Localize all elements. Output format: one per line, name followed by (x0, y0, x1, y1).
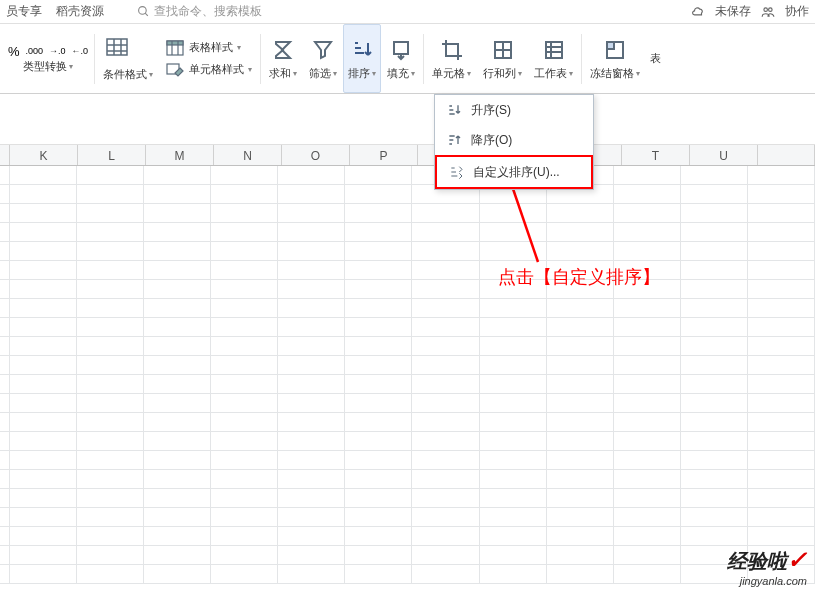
grid-cell[interactable] (681, 432, 748, 451)
grid-cell[interactable] (614, 508, 681, 527)
grid-cell[interactable] (614, 375, 681, 394)
grid-cell[interactable] (10, 299, 77, 318)
grid-cell[interactable] (748, 356, 815, 375)
column-header[interactable] (758, 145, 815, 165)
grid-cell[interactable] (278, 394, 345, 413)
grid-cell[interactable] (480, 299, 547, 318)
grid-cell[interactable] (748, 413, 815, 432)
grid-cell[interactable] (748, 223, 815, 242)
grid-cell[interactable] (10, 280, 77, 299)
grid-cell[interactable] (748, 489, 815, 508)
grid-cell[interactable] (211, 166, 278, 185)
grid-cell[interactable] (278, 508, 345, 527)
grid-cell[interactable] (614, 242, 681, 261)
grid-cell[interactable] (77, 527, 144, 546)
grid-cell[interactable] (480, 356, 547, 375)
grid-cell[interactable] (278, 242, 345, 261)
grid-cell[interactable] (144, 204, 211, 223)
grid-cell[interactable] (748, 204, 815, 223)
grid-cell[interactable] (480, 470, 547, 489)
column-header[interactable]: P (350, 145, 418, 165)
grid-cell[interactable] (144, 451, 211, 470)
grid-cell[interactable] (77, 166, 144, 185)
grid-cell[interactable] (748, 337, 815, 356)
grid-cell[interactable] (412, 489, 479, 508)
grid-cell[interactable] (681, 451, 748, 470)
grid-cell[interactable] (345, 280, 412, 299)
sort-group[interactable]: 排序▾ (343, 24, 381, 93)
grid-cell[interactable] (547, 451, 614, 470)
grid-cell[interactable] (480, 318, 547, 337)
grid-cell[interactable] (614, 565, 681, 584)
grid-cell[interactable] (211, 299, 278, 318)
grid-cell[interactable] (211, 375, 278, 394)
grid-cell[interactable] (748, 318, 815, 337)
fmt-dec-dec[interactable]: ←.0 (72, 46, 89, 56)
grid-cell[interactable] (77, 546, 144, 565)
grid-cell[interactable] (681, 527, 748, 546)
grid-cell[interactable] (77, 432, 144, 451)
grid-cell[interactable] (10, 527, 77, 546)
grid-cell[interactable] (278, 185, 345, 204)
rowcol-group[interactable]: 行和列▾ (477, 24, 528, 93)
grid-cell[interactable] (748, 242, 815, 261)
grid-cell[interactable] (10, 413, 77, 432)
column-header[interactable]: O (282, 145, 350, 165)
grid-cell[interactable] (10, 356, 77, 375)
grid-cell[interactable] (10, 489, 77, 508)
grid-cell[interactable] (10, 204, 77, 223)
grid-cell[interactable] (144, 299, 211, 318)
grid-cell[interactable] (412, 375, 479, 394)
grid-cell[interactable] (547, 508, 614, 527)
grid-cell[interactable] (547, 318, 614, 337)
grid-cell[interactable] (480, 337, 547, 356)
grid-cell[interactable] (547, 375, 614, 394)
grid-cell[interactable] (412, 451, 479, 470)
grid-cell[interactable] (547, 356, 614, 375)
grid-cell[interactable] (77, 337, 144, 356)
table-group[interactable]: 表 (646, 24, 661, 93)
grid-cell[interactable] (345, 565, 412, 584)
grid-cell[interactable] (77, 394, 144, 413)
grid-cell[interactable] (144, 356, 211, 375)
grid-cell[interactable] (77, 204, 144, 223)
grid-cell[interactable] (412, 546, 479, 565)
grid-cell[interactable] (77, 508, 144, 527)
grid-cell[interactable] (412, 318, 479, 337)
grid-cell[interactable] (345, 546, 412, 565)
menu-sort-asc[interactable]: 升序(S) (435, 95, 593, 125)
grid-cell[interactable] (278, 356, 345, 375)
grid-cell[interactable] (144, 527, 211, 546)
grid-cell[interactable] (345, 223, 412, 242)
grid-cell[interactable] (480, 527, 547, 546)
grid-cell[interactable] (748, 432, 815, 451)
grid-cell[interactable] (412, 413, 479, 432)
grid-cell[interactable] (614, 356, 681, 375)
grid-cell[interactable] (681, 508, 748, 527)
grid-cell[interactable] (345, 375, 412, 394)
grid-cell[interactable] (211, 242, 278, 261)
grid-cell[interactable] (345, 394, 412, 413)
grid-cell[interactable] (547, 413, 614, 432)
grid-cell[interactable] (211, 261, 278, 280)
grid-cell[interactable] (412, 565, 479, 584)
grid-cell[interactable] (547, 337, 614, 356)
grid-cell[interactable] (10, 451, 77, 470)
grid-cell[interactable] (480, 394, 547, 413)
grid-cell[interactable] (345, 527, 412, 546)
grid-cell[interactable] (144, 413, 211, 432)
grid-cell[interactable] (412, 432, 479, 451)
grid-cell[interactable] (345, 451, 412, 470)
grid-cell[interactable] (278, 375, 345, 394)
grid-cell[interactable] (412, 242, 479, 261)
grid-cell[interactable] (547, 527, 614, 546)
grid-cell[interactable] (278, 432, 345, 451)
grid-cell[interactable] (278, 565, 345, 584)
grid-cell[interactable] (77, 375, 144, 394)
grid-cell[interactable] (614, 223, 681, 242)
grid-cell[interactable] (748, 451, 815, 470)
grid-cell[interactable] (748, 280, 815, 299)
grid-cell[interactable] (412, 356, 479, 375)
grid-cell[interactable] (77, 451, 144, 470)
grid-cell[interactable] (614, 470, 681, 489)
